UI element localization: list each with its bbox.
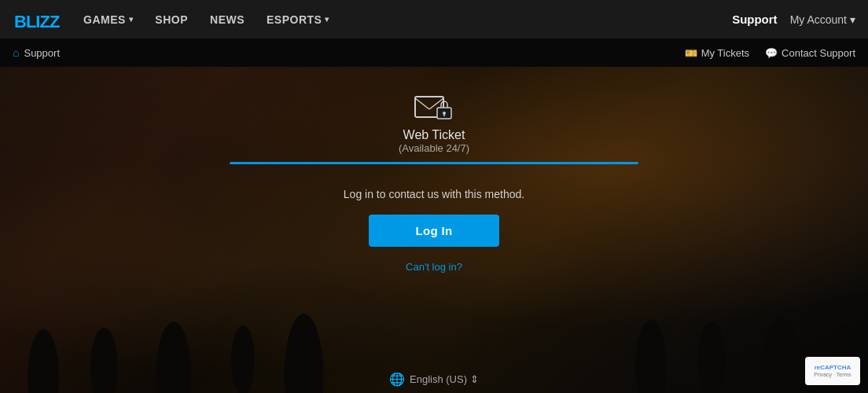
nav-links: GAMES ▾ SHOP NEWS ESPORTS ▾ [75, 0, 732, 39]
nav-support-link[interactable]: Support [732, 13, 778, 26]
recaptcha-badge: reCAPTCHA Privacy · Terms [805, 357, 860, 385]
top-navigation: BLIZZARD GAMES ▾ SHOP NEWS ESPORTS ▾ Sup… [0, 0, 868, 39]
esports-chevron-icon: ▾ [325, 15, 329, 24]
nav-right: Support My Account ▾ [732, 13, 855, 26]
content-panel: Web Ticket (Available 24/7) Log in to co… [0, 67, 868, 393]
contact-support-link[interactable]: 💬 Contact Support [765, 47, 855, 59]
footer-bar: 🌐 English (US) ⇕ [0, 365, 868, 393]
recaptcha-logo: reCAPTCHA [814, 364, 851, 372]
svg-line-2 [415, 98, 429, 109]
main-content-area: Web Ticket (Available 24/7) Log in to co… [0, 67, 868, 393]
cant-login-link[interactable]: Can't log in? [406, 261, 462, 273]
web-ticket-icon [414, 90, 454, 122]
chat-icon: 💬 [765, 47, 778, 59]
my-tickets-link[interactable]: 🎫 My Tickets [685, 47, 749, 59]
games-chevron-icon: ▾ [129, 15, 134, 24]
nav-esports[interactable]: ESPORTS ▾ [259, 0, 337, 39]
home-icon: ⌂ [13, 46, 19, 59]
svg-point-5 [443, 112, 446, 115]
sub-navigation: ⌂ Support 🎫 My Tickets 💬 Contact Support [0, 39, 868, 67]
nav-shop[interactable]: SHOP [147, 0, 196, 39]
web-ticket-subtitle: (Available 24/7) [399, 142, 469, 154]
globe-icon: 🌐 [389, 372, 405, 387]
breadcrumb: ⌂ Support [13, 46, 60, 59]
login-button[interactable]: Log In [369, 215, 500, 247]
language-selector[interactable]: English (US) ⇕ [410, 373, 479, 385]
sub-nav-actions: 🎫 My Tickets 💬 Contact Support [685, 47, 855, 59]
language-arrow-icon: ⇕ [470, 373, 479, 385]
blizzard-logo[interactable]: BLIZZARD [13, 6, 60, 34]
my-account-chevron-icon: ▾ [850, 13, 855, 26]
ticket-icon: 🎫 [685, 47, 697, 59]
progress-bar-fill [230, 162, 638, 164]
nav-my-account[interactable]: My Account ▾ [790, 13, 855, 26]
breadcrumb-text[interactable]: Support [24, 47, 60, 59]
recaptcha-terms: Privacy · Terms [814, 372, 851, 378]
nav-games[interactable]: GAMES ▾ [75, 0, 141, 39]
login-prompt-text: Log in to contact us with this method. [344, 188, 524, 200]
svg-text:BLIZZARD: BLIZZARD [14, 12, 60, 31]
web-ticket-title: Web Ticket [403, 128, 465, 142]
nav-news[interactable]: NEWS [202, 0, 252, 39]
progress-bar [230, 162, 638, 164]
